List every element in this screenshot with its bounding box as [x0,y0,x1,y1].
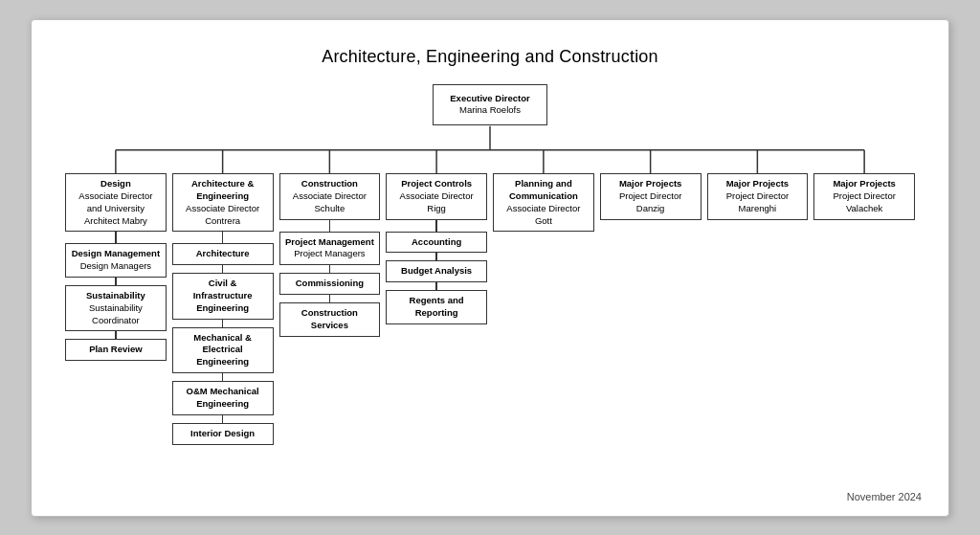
col-planning: Planning and Communication Associate Dir… [490,173,597,232]
footer-note: November 2024 [847,491,922,502]
exec-name: Marina Roelofs [443,104,537,117]
child-proj-mgmt: Project Management Project Managers [279,232,381,266]
col-arch-eng: Architecture & Engineering Associate Dir… [169,173,277,444]
exec-title: Executive Director [443,93,537,105]
child-interior: Interior Design [172,423,274,445]
child-plan-review: Plan Review [65,339,167,361]
box-design: Design Associate Director and University… [65,173,167,232]
box-project-controls: Project Controls Associate Director Rigg [386,173,487,219]
box-major-projects-1: Major Projects Project Director Danzig [600,173,702,219]
level1-row: Design Associate Director and University… [58,173,922,444]
org-chart: Executive Director Marina Roelofs Design… [58,84,922,445]
col-major-projects-2: Major Projects Project Director Marenghi [704,173,812,219]
child-commissioning: Commissioning [279,273,381,295]
child-sustainability: Sustainability Sustainability Coordinato… [65,285,167,331]
child-architecture: Architecture [172,243,274,265]
box-arch-eng: Architecture & Engineering Associate Dir… [172,173,274,232]
child-accounting: Accounting [386,232,487,254]
col-major-projects-1: Major Projects Project Director Danzig [597,173,704,219]
page-title: Architecture, Engineering and Constructi… [58,47,922,67]
col-major-projects-3: Major Projects Project Director Valachek [811,173,918,219]
box-major-projects-2: Major Projects Project Director Marenghi [707,173,809,219]
box-construction: Construction Associate Director Schulte [279,173,381,219]
col-design: Design Associate Director and University… [62,173,169,361]
page: Architecture, Engineering and Constructi… [31,19,949,517]
box-major-projects-3: Major Projects Project Director Valachek [813,173,915,219]
child-budget: Budget Analysis [386,260,487,282]
exec-box: Executive Director Marina Roelofs [433,84,547,126]
child-om-mech: O&M Mechanical Engineering [172,381,274,415]
col-project-controls: Project Controls Associate Director Rigg… [383,173,490,324]
child-regents: Regents and Reporting [386,290,487,324]
col-construction: Construction Associate Director Schulte … [277,173,384,337]
child-design-mgmt: Design Management Design Managers [65,243,167,278]
child-construction-services: Construction Services [279,302,381,337]
box-planning: Planning and Communication Associate Dir… [493,173,594,232]
child-civil: Civil & Infrastructure Engineering [172,273,274,319]
child-mech-elec: Mechanical & Electrical Engineering [172,327,274,373]
vert-line [115,232,117,243]
exec-level: Executive Director Marina Roelofs [58,84,922,126]
